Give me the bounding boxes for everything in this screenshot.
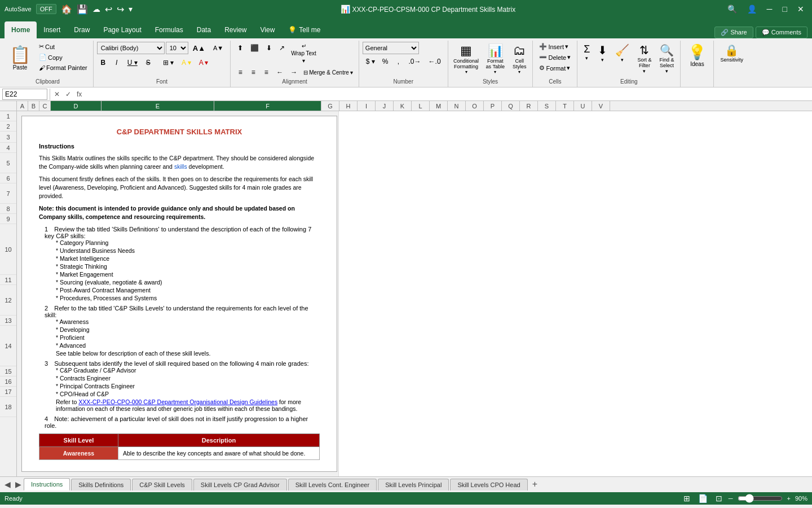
ideas-button[interactable]: 💡 Ideas — [684, 42, 710, 69]
tab-formulas[interactable]: Formulas — [148, 21, 190, 38]
col-l[interactable]: L — [412, 101, 430, 111]
formula-input[interactable] — [86, 90, 810, 98]
row-5[interactable]: 5 — [0, 153, 16, 173]
angle-text-button[interactable]: ↗ — [276, 42, 288, 54]
row-2[interactable]: 2 — [0, 121, 16, 132]
minimize-btn[interactable]: ─ — [764, 5, 776, 14]
add-sheet-button[interactable]: + — [529, 479, 541, 489]
italic-button[interactable]: I — [111, 56, 123, 69]
col-m[interactable]: M — [430, 101, 448, 111]
user-btn[interactable]: 👤 — [744, 5, 760, 14]
sort-filter-button[interactable]: ⇅ Sort &Filter ▾ — [634, 42, 654, 76]
currency-button[interactable]: $ ▾ — [363, 55, 378, 68]
cancel-formula-button[interactable]: ✕ — [52, 90, 61, 98]
tab-data[interactable]: Data — [190, 21, 218, 38]
col-r[interactable]: R — [520, 101, 538, 111]
cell-styles-button[interactable]: 🗂 CellStyles ▾ — [510, 42, 529, 76]
col-d[interactable]: D — [51, 101, 102, 111]
row-4[interactable]: 4 — [0, 143, 16, 153]
redo-icon[interactable]: ↪ — [117, 4, 124, 15]
col-k[interactable]: K — [394, 101, 412, 111]
row-13[interactable]: 13 — [0, 316, 16, 326]
col-p[interactable]: P — [484, 101, 502, 111]
sheet-nav-next[interactable]: ▶ — [13, 479, 24, 490]
sheet-tab-cpo-head[interactable]: Skill Levels CPO Head — [450, 479, 527, 491]
conditional-formatting-button[interactable]: ▦ ConditionalFormatting ▾ — [452, 42, 481, 76]
row-8[interactable]: 8 — [0, 204, 16, 214]
bold-button[interactable]: B — [97, 56, 109, 69]
percent-button[interactable]: % — [379, 55, 392, 68]
row-7[interactable]: 7 — [0, 183, 16, 204]
col-s[interactable]: S — [538, 101, 556, 111]
comments-button[interactable]: 💬 Comments — [756, 27, 807, 38]
row-15[interactable]: 15 — [0, 366, 16, 376]
sensitivity-button[interactable]: 🔒 Sensitivity — [717, 42, 746, 64]
merge-center-button[interactable]: ⊟ Merge & Centre ▾ — [301, 66, 355, 78]
autosum-button[interactable]: Σ ▾ — [581, 42, 593, 63]
customize-icon[interactable]: ▾ — [129, 5, 133, 14]
col-i[interactable]: I — [358, 101, 376, 111]
sheet-tab-cont-engineer[interactable]: Skill Levels Cont. Engineer — [288, 479, 377, 491]
autosave-toggle[interactable]: OFF — [36, 4, 56, 14]
sheet-nav-prev[interactable]: ◀ — [2, 479, 13, 490]
copy-button[interactable]: 📄 Copy — [37, 52, 90, 62]
format-painter-button[interactable]: 🖌 Format Painter — [37, 63, 90, 72]
tab-insert[interactable]: Insert — [37, 21, 67, 38]
font-size-select[interactable]: 10 — [166, 42, 188, 54]
col-g[interactable]: G — [321, 101, 339, 111]
zoom-plus[interactable]: + — [787, 495, 791, 502]
page-break-view-button[interactable]: ⊡ — [714, 494, 724, 503]
tab-draw[interactable]: Draw — [67, 21, 96, 38]
tab-review[interactable]: Review — [218, 21, 253, 38]
normal-view-button[interactable]: ⊞ — [682, 494, 692, 503]
clear-button[interactable]: 🧹 ▾ — [612, 42, 632, 64]
col-f[interactable]: F — [214, 101, 321, 111]
sheet-tab-skills-definitions[interactable]: Skills Definitions — [71, 479, 131, 491]
comma-button[interactable]: , — [392, 55, 405, 68]
sheet-tab-grad-advisor[interactable]: Skill Levels CP Grad Advisor — [193, 479, 287, 491]
tab-view[interactable]: View — [254, 21, 282, 38]
strikethrough-button[interactable]: S — [142, 56, 155, 69]
align-center-button[interactable]: ≡ — [247, 66, 259, 78]
align-left-button[interactable]: ≡ — [234, 66, 246, 78]
underline-button[interactable]: U ▾ — [124, 56, 141, 69]
col-u[interactable]: U — [574, 101, 592, 111]
row-16[interactable]: 16 — [0, 376, 16, 387]
dec-increase-button[interactable]: .0→ — [405, 55, 425, 68]
home-icon[interactable]: 🏠 — [61, 4, 72, 15]
save-icon[interactable]: 💾 — [77, 4, 88, 15]
col-v[interactable]: V — [592, 101, 610, 111]
find-select-button[interactable]: 🔍 Find &Select ▾ — [656, 42, 677, 76]
row-3[interactable]: 3 — [0, 132, 16, 143]
fill-button[interactable]: ⬇ ▾ — [595, 42, 610, 64]
insert-function-button[interactable]: fx — [75, 90, 83, 98]
sheet-tab-cp-skill-levels[interactable]: C&P Skill Levels — [132, 479, 192, 491]
sheet-tab-instructions[interactable]: Instructions — [24, 478, 70, 491]
col-h[interactable]: H — [339, 101, 358, 111]
maximize-btn[interactable]: □ — [779, 5, 791, 14]
col-j[interactable]: J — [376, 101, 394, 111]
col-t[interactable]: T — [556, 101, 574, 111]
decrease-font-button[interactable]: A▼ — [210, 42, 227, 54]
format-button[interactable]: ⚙ Format ▾ — [536, 63, 573, 73]
name-box-input[interactable] — [2, 89, 47, 100]
zoom-slider[interactable] — [738, 494, 783, 503]
decrease-indent-button[interactable]: ← — [273, 66, 286, 78]
align-middle-button[interactable]: ⬛ — [247, 42, 262, 54]
col-c[interactable]: C — [39, 101, 51, 111]
row-12[interactable]: 12 — [0, 285, 16, 316]
row-9[interactable]: 9 — [0, 214, 16, 224]
tab-home[interactable]: Home — [5, 21, 37, 38]
page-layout-view-button[interactable]: 📄 — [696, 494, 709, 503]
col-a[interactable]: A — [17, 101, 28, 111]
fill-color-button[interactable]: A ▾ — [178, 56, 195, 69]
share-button[interactable]: 🔗 Share — [714, 27, 753, 38]
search-btn[interactable]: 🔍 — [724, 5, 740, 14]
col-e[interactable]: E — [102, 101, 214, 111]
paste-button[interactable]: 📋 Paste — [6, 42, 34, 73]
row-17[interactable]: 17 — [0, 387, 16, 397]
zoom-minus[interactable]: ─ — [729, 495, 733, 502]
delete-button[interactable]: ➖ Delete ▾ — [536, 52, 573, 62]
insert-button[interactable]: ➕ Insert ▾ — [536, 42, 571, 51]
dec-decrease-button[interactable]: ←.0 — [425, 55, 444, 68]
